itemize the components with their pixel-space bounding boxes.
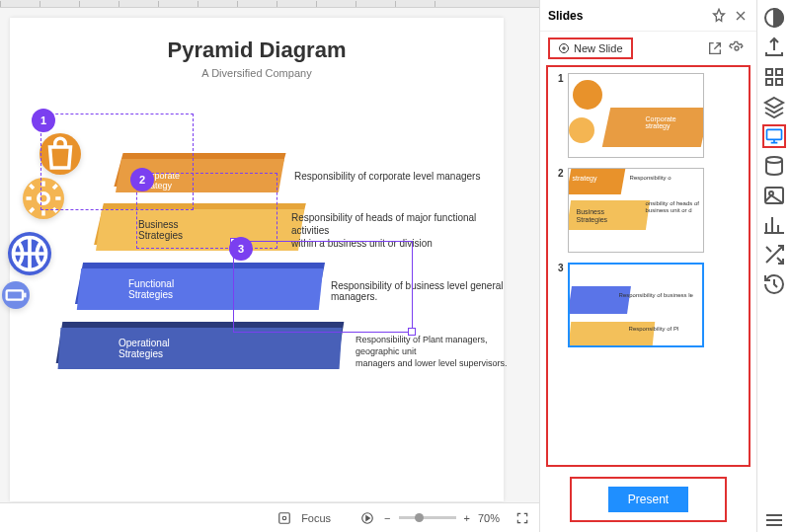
canvas-page[interactable]: Pyramid Diagram A Diversified Company 1 … [10, 18, 504, 501]
export-icon[interactable] [762, 36, 786, 59]
thumb-2-d1: Responsibility o [630, 175, 672, 181]
svg-rect-13 [766, 129, 781, 139]
svg-rect-11 [766, 79, 772, 85]
menu-icon[interactable] [762, 508, 786, 532]
present-button[interactable]: Present [608, 487, 688, 512]
selection-box-2[interactable] [136, 173, 277, 249]
new-slide-label: New Slide [574, 42, 623, 54]
pin-icon[interactable] [711, 8, 727, 24]
focus-icon[interactable] [277, 511, 291, 525]
image-icon[interactable] [762, 184, 786, 207]
selection-badge-2: 2 [130, 168, 154, 191]
svg-rect-10 [776, 69, 782, 75]
thumb-3-number: 3 [558, 263, 564, 347]
thumb-2-preview[interactable]: strategy Business Strategies Responsibil… [568, 168, 704, 253]
thumb-2-number: 2 [558, 168, 564, 253]
play-icon[interactable] [360, 511, 374, 525]
thumb-1-label: Corporate strategy [646, 115, 676, 129]
settings-icon[interactable] [729, 40, 745, 56]
zoom-thumb[interactable] [415, 513, 424, 522]
slides-panel: Slides New Slide 1 Corporate strategy [539, 0, 756, 532]
thumb-2-d2: onsibility of heads of business unit or … [646, 200, 699, 214]
zoom-out-icon[interactable]: − [384, 512, 390, 524]
layers-icon[interactable] [762, 95, 786, 118]
page-subtitle: A Diversified Company [20, 67, 494, 79]
pyramid-diagram[interactable]: 1 2 3 Corporate strategy Responsibility … [20, 109, 494, 424]
basketball-icon[interactable] [8, 232, 51, 275]
canvas-area[interactable]: Pyramid Diagram A Diversified Company 1 … [0, 0, 539, 532]
level-4-desc: Responsibility of Plant managers, geogra… [356, 334, 514, 369]
svg-point-7 [735, 46, 739, 50]
share-icon[interactable] [707, 40, 723, 56]
close-icon[interactable] [733, 8, 749, 24]
selection-badge-1: 1 [32, 109, 55, 132]
battery-icon[interactable] [2, 281, 30, 309]
svg-point-14 [766, 157, 782, 163]
selection-badge-3: 3 [229, 237, 253, 261]
slide-thumbnails: 1 Corporate strategy 2 strategy Business… [546, 65, 750, 467]
page-title: Pyramid Diagram [20, 38, 494, 63]
thumb-2-l1: strategy [573, 175, 597, 182]
thumb-1-number: 1 [558, 73, 564, 158]
level-3-label: Functional Strategies [128, 278, 174, 300]
thumb-3-preview[interactable]: Responsibility of business le Responsibi… [568, 263, 704, 347]
shuffle-icon[interactable] [762, 243, 786, 266]
thumb-3-d2: Responsibility of Pl [629, 326, 679, 332]
thumb-2-l2: Business Strategies [577, 208, 608, 224]
right-toolbar [756, 0, 790, 532]
database-icon[interactable] [762, 154, 786, 178]
slideshow-icon[interactable] [762, 124, 786, 148]
level-1-desc: Responsibility of corporate level manage… [294, 171, 480, 182]
grid-icon[interactable] [762, 65, 786, 89]
slides-panel-title: Slides [548, 9, 705, 23]
statusbar: Focus − + 70% [0, 502, 539, 532]
level-4-label: Operational Strategies [118, 338, 170, 359]
fullscreen-icon[interactable] [515, 511, 529, 525]
thumb-3-d1: Responsibility of business le [619, 292, 693, 298]
svg-rect-2 [7, 290, 23, 299]
chart-icon[interactable] [762, 213, 786, 237]
selection-box-3[interactable] [233, 241, 413, 333]
zoom-value: 70% [478, 512, 500, 524]
zoom-control[interactable]: − + 70% [384, 512, 500, 524]
focus-label: Focus [301, 512, 331, 524]
zoom-in-icon[interactable]: + [464, 512, 470, 524]
plus-icon [558, 42, 570, 54]
thumb-1-preview[interactable]: Corporate strategy [568, 73, 704, 158]
theme-icon[interactable] [762, 6, 786, 30]
ruler-top [0, 0, 539, 8]
svg-point-4 [282, 516, 286, 520]
svg-rect-3 [279, 512, 290, 523]
svg-rect-9 [766, 69, 772, 75]
new-slide-button[interactable]: New Slide [548, 38, 633, 59]
svg-rect-12 [776, 79, 782, 85]
history-icon[interactable] [762, 272, 786, 296]
